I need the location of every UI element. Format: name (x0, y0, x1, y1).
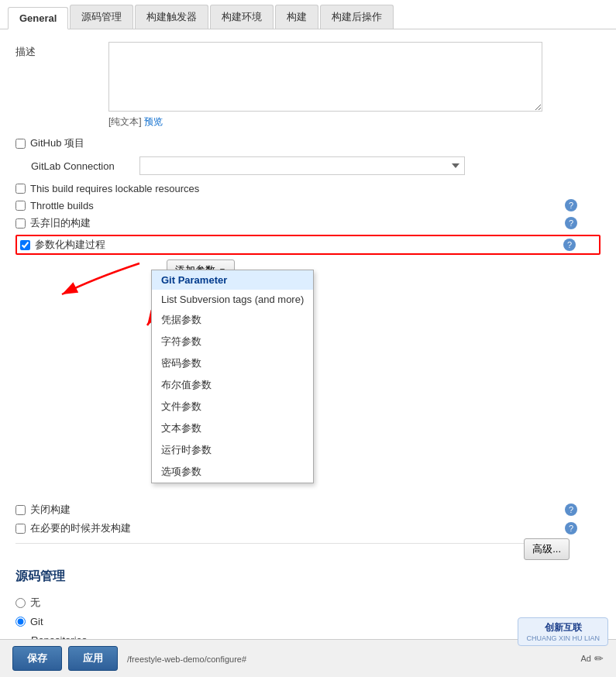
github-project-checkbox[interactable] (15, 139, 26, 149)
radio-git-row: Git (15, 616, 601, 627)
param-dropdown-menu: Git Parameter List Subversion tags (and … (151, 270, 314, 483)
radio-git[interactable] (15, 617, 26, 627)
tab-source[interactable]: 源码管理 (70, 5, 133, 29)
github-project-row: GitHub 项目 (15, 136, 601, 150)
toolbar-right: Ad ✏ (581, 652, 604, 665)
description-hint: [纯文本] 预览 (108, 115, 601, 129)
discard-row: 丢弃旧的构建 ? (15, 216, 601, 230)
gitlab-row: GitLab Connection (15, 156, 601, 175)
disable-build-checkbox[interactable] (15, 505, 26, 515)
source-section-title: 源码管理 (15, 569, 601, 585)
concurrent-label: 在必要的时候并发构建 (30, 521, 131, 535)
tab-env[interactable]: 构建环境 (210, 5, 274, 29)
watermark-logo: 创新互联 (545, 621, 582, 634)
concurrent-row: 在必要的时候并发构建 ? (15, 521, 601, 535)
description-row: 描述 [纯文本] 预览 (15, 42, 601, 129)
edit-icon: ✏ (594, 652, 604, 665)
disable-build-help-icon[interactable]: ? (565, 503, 577, 516)
parameterized-row: 参数化构建过程 ? (15, 235, 601, 255)
radio-none-row: 无 (15, 596, 601, 610)
lockable-checkbox[interactable] (15, 184, 26, 194)
url-bar: /freestyle-web-demo/configure# (127, 655, 246, 664)
menu-item-creds[interactable]: 凭据参数 (152, 309, 313, 331)
menu-item-boolean[interactable]: 布尔值参数 (152, 374, 313, 396)
parameterized-label: 参数化构建过程 (35, 238, 105, 252)
advanced-button[interactable]: 高级... (524, 538, 570, 560)
watermark: 创新互联 CHUANG XIN HU LIAN (518, 617, 608, 646)
parameterized-help-icon[interactable]: ? (563, 239, 576, 251)
separator (15, 543, 524, 544)
throttle-row: Throttle builds ? (15, 199, 601, 211)
watermark-sub: CHUANG XIN HU LIAN (526, 634, 600, 642)
throttle-label: Throttle builds (30, 200, 94, 211)
radio-git-label: Git (30, 616, 43, 627)
description-wrap: [纯文本] 预览 (108, 42, 601, 129)
discard-label: 丢弃旧的构建 (30, 216, 91, 230)
menu-item-git-param[interactable]: Git Parameter (152, 270, 313, 290)
discard-checkbox[interactable] (15, 218, 26, 229)
tab-general[interactable]: General (8, 7, 68, 29)
menu-item-runtime[interactable]: 运行时参数 (152, 439, 313, 461)
add-edit-label: Ad (581, 654, 591, 663)
menu-item-string[interactable]: 字符参数 (152, 331, 313, 352)
discard-help-icon[interactable]: ? (565, 217, 577, 229)
radio-none[interactable] (15, 598, 26, 608)
tab-build[interactable]: 构建 (275, 5, 318, 29)
save-button[interactable]: 保存 (12, 646, 62, 671)
parameterized-checkbox[interactable] (20, 240, 30, 250)
description-input[interactable] (108, 42, 542, 112)
disable-build-row: 关闭构建 ? (15, 503, 601, 517)
menu-item-list-svn[interactable]: List Subversion tags (and more) (152, 290, 313, 309)
menu-item-file[interactable]: 文件参数 (152, 396, 313, 418)
lockable-row: This build requires lockable resources (15, 183, 601, 194)
disable-build-label: 关闭构建 (30, 503, 71, 517)
description-label: 描述 (15, 42, 108, 59)
radio-none-label: 无 (30, 596, 40, 610)
tab-postbuild[interactable]: 构建后操作 (320, 5, 394, 29)
apply-button[interactable]: 应用 (68, 646, 118, 671)
concurrent-help-icon[interactable]: ? (565, 522, 577, 534)
preview-link[interactable]: 预览 (144, 116, 163, 127)
hint-text: [纯文本] (108, 116, 142, 127)
tab-bar: General 源码管理 构建触发器 构建环境 构建 构建后操作 (0, 0, 616, 29)
github-project-label: GitHub 项目 (30, 136, 84, 150)
gitlab-connection-select[interactable] (139, 156, 465, 175)
throttle-help-icon[interactable]: ? (565, 199, 577, 211)
main-content: 描述 [纯文本] 预览 GitHub 项目 GitLab Connection … (0, 29, 616, 561)
tab-triggers[interactable]: 构建触发器 (135, 5, 208, 29)
gitlab-label: GitLab Connection (31, 160, 139, 172)
watermark-content: 创新互联 CHUANG XIN HU LIAN (526, 621, 600, 642)
concurrent-checkbox[interactable] (15, 524, 26, 534)
throttle-checkbox[interactable] (15, 201, 26, 211)
menu-item-text[interactable]: 文本参数 (152, 418, 313, 439)
lockable-label: This build requires lockable resources (30, 183, 199, 194)
menu-item-choice[interactable]: 选项参数 (152, 461, 313, 483)
menu-item-password[interactable]: 密码参数 (152, 352, 313, 374)
